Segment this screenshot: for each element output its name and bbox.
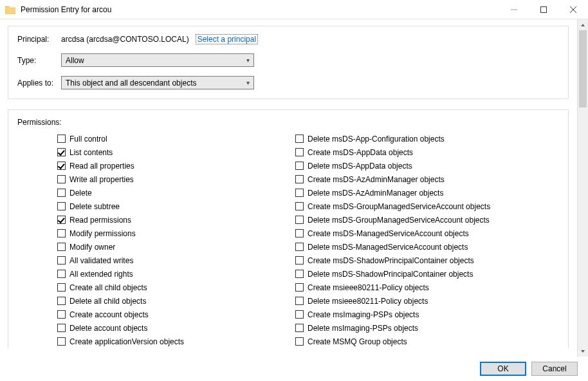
window-title: Permission Entry for arcou xyxy=(21,5,111,14)
permission-item: Delete msImaging-PSPs objects xyxy=(295,321,533,335)
permission-item: Delete msDS-AppData objects xyxy=(295,159,533,172)
vertical-scrollbar[interactable] xyxy=(577,19,588,357)
principal-row: Principal: arcdsa (arcdsa@CONTOSO.LOCAL)… xyxy=(17,34,559,44)
permission-label: Create msDS-ShadowPrincipalContainer obj… xyxy=(308,256,474,265)
permission-checkbox[interactable] xyxy=(295,229,304,237)
permission-label: Create msDS-AzAdminManager objects xyxy=(308,175,445,184)
permission-checkbox[interactable] xyxy=(295,243,304,251)
permissions-column-left: Full controlList contentsRead all proper… xyxy=(57,132,295,348)
permission-item: List contents xyxy=(57,145,295,159)
type-row: Type: Allow ▾ xyxy=(17,53,559,67)
maximize-button[interactable] xyxy=(529,0,558,19)
content-area: Principal: arcdsa (arcdsa@CONTOSO.LOCAL)… xyxy=(0,19,576,357)
permission-item: All validated writes xyxy=(57,254,295,267)
permission-checkbox[interactable] xyxy=(57,229,66,237)
close-button[interactable] xyxy=(558,0,588,19)
permission-item: Read all properties xyxy=(57,159,295,172)
permission-label: Modify owner xyxy=(69,243,115,252)
cancel-button-label: Cancel xyxy=(542,364,566,373)
permission-item: Create account objects xyxy=(57,308,295,321)
principal-group: Principal: arcdsa (arcdsa@CONTOSO.LOCAL)… xyxy=(8,26,569,99)
permission-label: Create applicationVersion objects xyxy=(69,337,184,346)
permission-label: Create account objects xyxy=(69,310,149,319)
permission-label: Delete msDS-ManagedServiceAccount object… xyxy=(308,243,468,252)
permission-label: Read all properties xyxy=(69,162,134,171)
permission-item: Create msDS-ManagedServiceAccount object… xyxy=(295,227,533,240)
permission-checkbox[interactable] xyxy=(57,337,66,346)
principal-label: Principal: xyxy=(17,35,61,44)
permission-item: Delete account objects xyxy=(57,321,295,335)
permission-checkbox[interactable] xyxy=(295,135,304,143)
permission-label: Delete account objects xyxy=(69,324,147,333)
permission-checkbox[interactable] xyxy=(57,283,66,292)
permission-checkbox[interactable] xyxy=(57,256,66,265)
applies-label: Applies to: xyxy=(17,79,61,88)
permission-checkbox[interactable] xyxy=(57,162,66,170)
permission-checkbox[interactable] xyxy=(295,283,304,292)
permission-item: Delete msDS-ShadowPrincipalContainer obj… xyxy=(295,267,533,281)
permission-checkbox[interactable] xyxy=(295,175,304,183)
permission-label: Modify permissions xyxy=(69,229,136,238)
permission-item: Delete all child objects xyxy=(57,294,295,308)
permission-item: Delete xyxy=(57,186,295,200)
permission-item: Create msDS-AzAdminManager objects xyxy=(295,172,533,186)
permission-item: Create applicationVersion objects xyxy=(57,335,295,348)
type-select-value: Allow xyxy=(66,56,84,65)
permission-label: Delete msDS-ShadowPrincipalContainer obj… xyxy=(308,270,473,279)
permission-label: Read permissions xyxy=(69,216,131,225)
permission-item: Delete msDS-AzAdminManager objects xyxy=(295,186,533,200)
permission-label: All extended rights xyxy=(69,270,133,279)
svg-rect-1 xyxy=(541,6,547,12)
scroll-down-icon[interactable] xyxy=(578,346,588,357)
permission-checkbox[interactable] xyxy=(295,297,304,305)
type-label: Type: xyxy=(17,56,61,65)
applies-row: Applies to: This object and all descenda… xyxy=(17,76,559,89)
permission-checkbox[interactable] xyxy=(295,216,304,224)
minimize-button[interactable] xyxy=(499,0,529,19)
permission-label: List contents xyxy=(69,148,113,157)
folder-icon xyxy=(5,5,15,14)
permission-checkbox[interactable] xyxy=(295,324,304,332)
permission-checkbox[interactable] xyxy=(295,202,304,210)
cancel-button[interactable]: Cancel xyxy=(531,362,578,376)
applies-select[interactable]: This object and all descendant objects ▾ xyxy=(61,76,254,89)
permission-label: Delete xyxy=(69,189,92,198)
permission-checkbox[interactable] xyxy=(295,337,304,346)
permission-checkbox[interactable] xyxy=(57,270,66,278)
permission-item: Create msDS-GroupManagedServiceAccount o… xyxy=(295,200,533,213)
scroll-track[interactable] xyxy=(578,30,588,346)
permission-label: Create msDS-GroupManagedServiceAccount o… xyxy=(308,202,490,211)
permission-checkbox[interactable] xyxy=(57,135,66,143)
permission-label: Write all properties xyxy=(69,175,134,184)
permission-checkbox[interactable] xyxy=(295,189,304,197)
permission-checkbox[interactable] xyxy=(57,243,66,251)
permission-checkbox[interactable] xyxy=(295,256,304,265)
permission-checkbox[interactable] xyxy=(57,324,66,332)
permission-label: Delete msImaging-PSPs objects xyxy=(308,324,418,333)
permission-item: Write all properties xyxy=(57,172,295,186)
permission-checkbox[interactable] xyxy=(57,202,66,210)
permission-item: Read permissions xyxy=(57,213,295,227)
permission-checkbox[interactable] xyxy=(295,270,304,278)
permission-checkbox[interactable] xyxy=(295,310,304,319)
permission-checkbox[interactable] xyxy=(295,162,304,170)
permissions-label: Permissions: xyxy=(17,118,559,127)
permission-checkbox[interactable] xyxy=(295,148,304,156)
permission-item: Modify owner xyxy=(57,240,295,254)
select-principal-link[interactable]: Select a principal xyxy=(196,34,258,44)
permission-checkbox[interactable] xyxy=(57,310,66,319)
permission-checkbox[interactable] xyxy=(57,189,66,197)
permission-checkbox[interactable] xyxy=(57,175,66,183)
permission-checkbox[interactable] xyxy=(57,297,66,305)
scroll-up-icon[interactable] xyxy=(578,19,588,30)
permission-checkbox[interactable] xyxy=(57,216,66,224)
permission-label: Delete subtree xyxy=(69,202,120,211)
type-select[interactable]: Allow ▾ xyxy=(61,53,254,67)
chevron-down-icon: ▾ xyxy=(246,79,250,86)
scroll-thumb[interactable] xyxy=(579,30,587,107)
permissions-columns: Full controlList contentsRead all proper… xyxy=(17,132,559,348)
permission-checkbox[interactable] xyxy=(57,148,66,156)
permission-label: Full control xyxy=(69,135,107,144)
ok-button[interactable]: OK xyxy=(480,362,526,376)
permission-label: Delete msDS-AzAdminManager objects xyxy=(308,189,443,198)
